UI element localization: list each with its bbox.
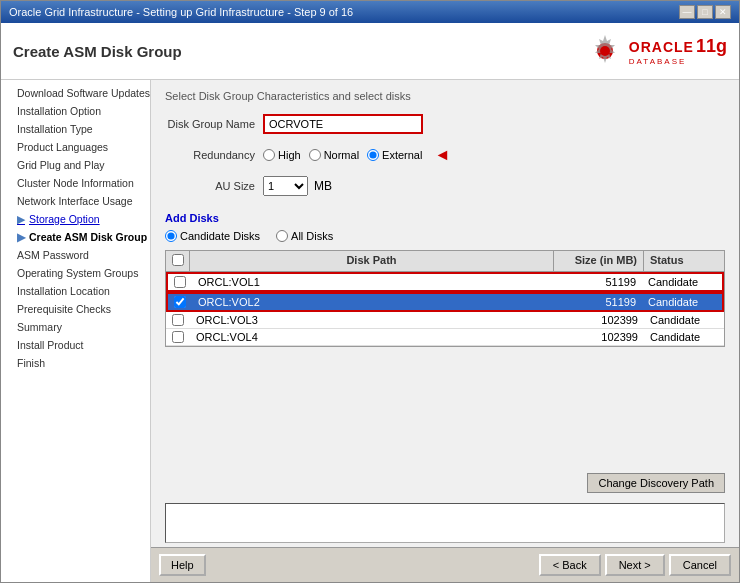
content-subtitle: Select Disk Group Characteristics and se… (165, 90, 725, 102)
table-row[interactable]: ORCL:VOL3 102399 Candidate (166, 312, 724, 329)
row3-checkbox[interactable] (172, 314, 184, 326)
disk-group-name-input[interactable] (263, 114, 423, 134)
redundancy-external-radio[interactable] (367, 149, 379, 161)
cancel-button[interactable]: Cancel (669, 554, 731, 576)
all-disks-label[interactable]: All Disks (276, 230, 333, 242)
current-icon: ▶ (17, 231, 25, 243)
oracle-gear-icon (585, 31, 625, 71)
row3-status: Candidate (644, 312, 724, 328)
row2-size: 51199 (552, 294, 642, 310)
redundancy-high-text: High (278, 149, 301, 161)
checkbox-header (166, 251, 190, 271)
sidebar-item-os-groups[interactable]: Operating System Groups (1, 264, 150, 282)
status-header: Status (644, 251, 724, 271)
footer-nav: < Back Next > Cancel (539, 554, 731, 576)
disk-filter-group: Candidate Disks All Disks (165, 230, 725, 242)
candidate-disks-label[interactable]: Candidate Disks (165, 230, 260, 242)
all-disks-text: All Disks (291, 230, 333, 242)
title-bar: Oracle Grid Infrastructure - Setting up … (1, 1, 739, 23)
sidebar-item-finish[interactable]: Finish (1, 354, 150, 372)
message-area-container (151, 499, 739, 547)
sidebar-item-summary[interactable]: Summary (1, 318, 150, 336)
maximize-button[interactable]: □ (697, 5, 713, 19)
next-button[interactable]: Next > (605, 554, 665, 576)
row3-size: 102399 (554, 312, 644, 328)
table-row[interactable]: ORCL:VOL1 51199 Candidate (166, 272, 724, 292)
storage-icon: ▶ (17, 213, 25, 225)
select-all-checkbox[interactable] (172, 254, 184, 266)
minimize-button[interactable]: — (679, 5, 695, 19)
redundancy-high-label[interactable]: High (263, 149, 301, 161)
svg-point-1 (600, 46, 610, 56)
main-window: Oracle Grid Infrastructure - Setting up … (0, 0, 740, 583)
redundancy-external-label[interactable]: External (367, 149, 422, 161)
redundancy-normal-text: Normal (324, 149, 359, 161)
au-size-label: AU Size (165, 180, 255, 192)
sidebar-item-download[interactable]: Download Software Updates (1, 84, 150, 102)
change-discovery-path-button[interactable]: Change Discovery Path (587, 473, 725, 493)
main-content: Download Software Updates Installation O… (1, 80, 739, 582)
redundancy-normal-label[interactable]: Normal (309, 149, 359, 161)
disk-table: Disk Path Size (in MB) Status ORCL:VOL1 … (165, 250, 725, 347)
redundancy-high-radio[interactable] (263, 149, 275, 161)
sidebar-item-product-languages[interactable]: Product Languages (1, 138, 150, 156)
au-size-row: AU Size 1 2 4 MB (165, 176, 725, 196)
redundancy-label: Redundancy (165, 149, 255, 161)
candidate-disks-radio[interactable] (165, 230, 177, 242)
table-row[interactable]: ORCL:VOL4 102399 Candidate (166, 329, 724, 346)
sidebar-item-network-interface[interactable]: Network Interface Usage (1, 192, 150, 210)
redundancy-row: Redundancy High Normal External (165, 146, 725, 164)
redundancy-external-text: External (382, 149, 422, 161)
add-disks-label: Add Disks (165, 212, 725, 224)
row1-status: Candidate (642, 274, 722, 290)
sidebar: Download Software Updates Installation O… (1, 80, 151, 582)
arrow-icon: ◄ (434, 146, 450, 164)
size-header: Size (in MB) (554, 251, 644, 271)
sidebar-item-asm-password[interactable]: ASM Password (1, 246, 150, 264)
oracle-logo: ORACLE 11g DATABASE (585, 31, 727, 71)
window-controls: — □ ✕ (679, 5, 731, 19)
sidebar-item-install-product[interactable]: Install Product (1, 336, 150, 354)
row3-checkbox-cell (166, 312, 190, 328)
redundancy-options: High Normal External ◄ (263, 146, 450, 164)
redundancy-normal-radio[interactable] (309, 149, 321, 161)
sidebar-item-storage-option[interactable]: ▶ Storage Option (1, 210, 150, 228)
row4-checkbox-cell (166, 329, 190, 345)
row2-status: Candidate (642, 294, 722, 310)
back-button[interactable]: < Back (539, 554, 601, 576)
oracle-name: ORACLE (629, 39, 694, 55)
sidebar-item-cluster-node[interactable]: Cluster Node Information (1, 174, 150, 192)
help-button[interactable]: Help (159, 554, 206, 576)
sidebar-item-prereq[interactable]: Prerequisite Checks (1, 300, 150, 318)
sidebar-item-create-asm[interactable]: ▶ Create ASM Disk Group (1, 228, 150, 246)
row2-path: ORCL:VOL2 (192, 294, 552, 310)
row4-checkbox[interactable] (172, 331, 184, 343)
row4-status: Candidate (644, 329, 724, 345)
content-area: Select Disk Group Characteristics and se… (151, 80, 739, 467)
close-button[interactable]: ✕ (715, 5, 731, 19)
oracle-version-text: 11g (696, 36, 727, 57)
page-title: Create ASM Disk Group (13, 43, 182, 60)
sidebar-item-grid-plug-play[interactable]: Grid Plug and Play (1, 156, 150, 174)
row4-path: ORCL:VOL4 (190, 329, 554, 345)
row2-checkbox-cell (168, 294, 192, 310)
row1-size: 51199 (552, 274, 642, 290)
sidebar-item-install-location[interactable]: Installation Location (1, 282, 150, 300)
au-size-unit: MB (314, 179, 332, 193)
footer: Help < Back Next > Cancel (151, 547, 739, 582)
disk-group-name-label: Disk Group Name (165, 118, 255, 130)
row3-path: ORCL:VOL3 (190, 312, 554, 328)
row2-checkbox[interactable] (174, 296, 186, 308)
header: Create ASM Disk Group ORACLE 11g DATABAS… (1, 23, 739, 80)
disk-table-header: Disk Path Size (in MB) Status (166, 251, 724, 272)
disk-group-name-row: Disk Group Name (165, 114, 725, 134)
table-row[interactable]: ORCL:VOL2 51199 Candidate (166, 292, 724, 312)
all-disks-radio[interactable] (276, 230, 288, 242)
sidebar-item-installation-option[interactable]: Installation Option (1, 102, 150, 120)
au-size-select[interactable]: 1 2 4 (263, 176, 308, 196)
window-title: Oracle Grid Infrastructure - Setting up … (9, 6, 353, 18)
sidebar-item-installation-type[interactable]: Installation Type (1, 120, 150, 138)
au-size-controls: 1 2 4 MB (263, 176, 332, 196)
row1-checkbox[interactable] (174, 276, 186, 288)
add-disks-section: Add Disks Candidate Disks All Disks (165, 212, 725, 347)
